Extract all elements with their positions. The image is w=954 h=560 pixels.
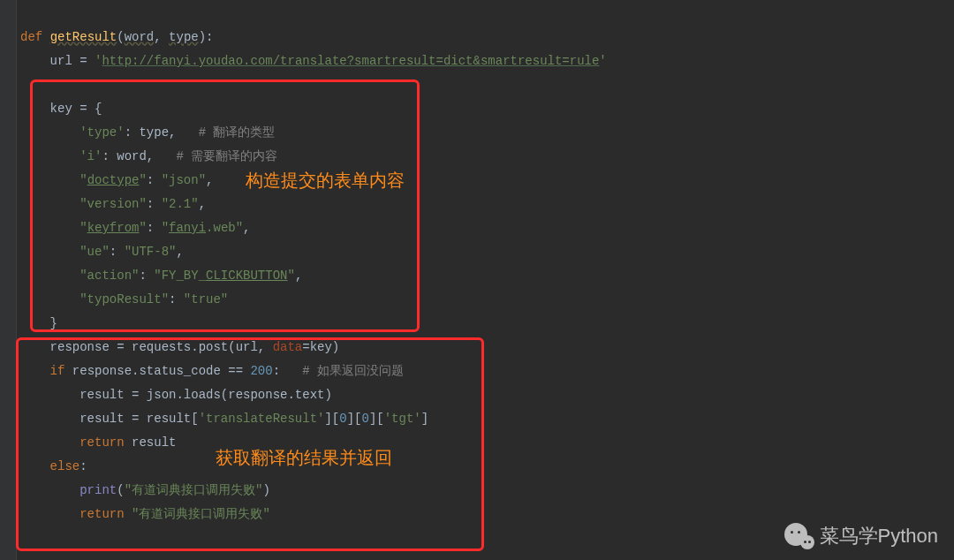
paren-open: (	[117, 30, 124, 44]
keyword-def: def	[20, 30, 42, 44]
builtin-print: print	[80, 483, 117, 497]
comment: # 需要翻译的内容	[176, 149, 277, 163]
wechat-icon	[783, 523, 814, 549]
comment: # 如果返回没问题	[302, 364, 404, 378]
keyword-if: if	[50, 364, 65, 378]
key-version: "version"	[80, 197, 147, 211]
var-url: url	[50, 54, 72, 68]
editor-gutter	[0, 0, 17, 560]
kwarg-data: data	[273, 340, 303, 354]
watermark-text: 菜鸟学Python	[820, 523, 939, 549]
paren-close: ):	[199, 30, 214, 44]
key-keyfrom: keyfrom	[87, 221, 140, 235]
key-ue: "ue"	[80, 245, 110, 259]
param-word: word	[125, 30, 155, 44]
key-i: 'i'	[80, 149, 102, 163]
keyword-return: return	[80, 507, 124, 521]
func-name: getResult	[50, 30, 117, 44]
key-typoresult: "typoResult"	[80, 292, 169, 306]
dict-close: }	[50, 316, 57, 330]
comment: # 翻译的类型	[199, 125, 276, 140]
url-string: http://fanyi.youdao.com/translate?smartr…	[102, 54, 599, 68]
watermark: 菜鸟学Python	[783, 523, 939, 549]
key-action: "action"	[80, 269, 139, 283]
keyword-return: return	[80, 435, 124, 450]
key-type: 'type'	[80, 125, 124, 140]
key-doctype: doctype	[87, 173, 140, 187]
keyword-else: else	[50, 459, 80, 473]
param-type: type	[169, 30, 199, 44]
code-editor: def getResult(word, type): url = 'http:/…	[17, 0, 954, 526]
dict-open: key = {	[50, 102, 102, 116]
